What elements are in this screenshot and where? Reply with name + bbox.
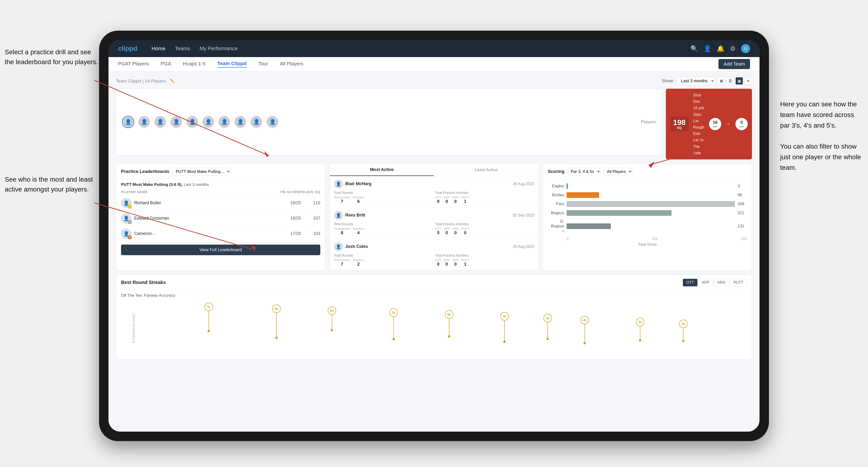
col-pb-score: PB SCORE [280, 190, 300, 194]
streak-dot-7 [584, 342, 586, 344]
player-avatar-7[interactable]: 👤 [218, 116, 230, 128]
grid-view-btn[interactable]: ⊞ [717, 77, 725, 85]
settings-icon[interactable]: ⚙ [730, 45, 736, 52]
streak-tab-putt[interactable]: PUTT [730, 279, 747, 286]
player-avatar-10[interactable]: 👤 [266, 116, 279, 128]
chart-row-pars: Pars 499 [548, 201, 747, 207]
streaks-section: Best Round Streaks OTT APP ARG PUTT Off … [116, 275, 752, 360]
practice-activities-label-1: Total Practice Activities [435, 191, 534, 195]
activity-player-2: 👤 Rees Britt 02 Sep 2023 [334, 211, 534, 220]
player-avatar-8[interactable]: 👤 [234, 116, 247, 128]
streak-line-0 [209, 311, 209, 330]
rank-badge-3: 3 [128, 235, 132, 239]
streak-point-2: 6x [328, 306, 336, 331]
yds-right: 0 yds [736, 118, 748, 130]
user-avatar[interactable]: U [741, 44, 750, 53]
subnav-tour[interactable]: Tour [258, 61, 268, 67]
player-avatar-5[interactable]: 👤 [186, 116, 198, 128]
detail-view-btn[interactable]: ≡ [744, 77, 752, 85]
bell-icon[interactable]: 🔔 [717, 45, 724, 52]
streak-circle-7: 4x [581, 316, 589, 324]
lb-avatar-3: 👤 3 [121, 228, 131, 239]
rank-badge-1: 1 [128, 205, 132, 209]
activity-item-1: 👤 Blair McHarg 26 Aug 2023 Total Rounds … [330, 176, 538, 208]
ott-col-1: OTT 0 [435, 195, 441, 204]
view-icons: ⊞ ☰ ▦ ≡ [717, 77, 752, 85]
activity-player-1: 👤 Blair McHarg 26 Aug 2023 [334, 180, 534, 188]
activity-name-1: Blair McHarg [345, 181, 511, 186]
player-avatar-9[interactable]: 👤 [250, 116, 262, 128]
practice-val-1: 6 [353, 199, 364, 204]
scoring-title: Scoring [548, 169, 564, 174]
chart-bar-eagles [566, 183, 567, 189]
player-avatar-1[interactable]: 👤 [122, 116, 134, 128]
streak-circle-8: 3x [636, 318, 644, 326]
streak-circle-0: 7x [205, 303, 213, 311]
leaderboard-item-1[interactable]: 👤 1 Richard Butler 19/20 110 [116, 195, 325, 211]
edit-icon[interactable]: ✏️ [170, 79, 175, 83]
streak-tab-ott[interactable]: OTT [683, 279, 698, 286]
practice-col-1: Practice 6 [353, 195, 364, 204]
streak-dot-8 [639, 339, 641, 342]
rank-badge-2: 2 [128, 220, 132, 224]
shot-yds: 16 yds → 0 yds [709, 118, 748, 130]
lb-score-1: 19/20 [290, 200, 301, 206]
app-col-1: APP 0 [444, 195, 450, 204]
leaderboard-item-3[interactable]: 👤 3 Cameron... 17/20 103 [116, 226, 325, 241]
streaks-subtitle: Off The Tee, Fairway Accuracy [116, 290, 752, 298]
streak-dot-0 [208, 330, 210, 332]
search-icon[interactable]: 🔍 [690, 45, 698, 52]
y-axis-label: % Fairway Accuracy [132, 314, 135, 343]
activity-date-1: 26 Aug 2023 [513, 182, 534, 186]
activity-stats-2: Total Rounds Tournament 8 Practice 4 [334, 222, 534, 236]
sub-nav-right: Add Team [718, 59, 750, 69]
scoring-filter-players[interactable]: All Players [603, 168, 632, 176]
streak-line-6 [548, 322, 548, 338]
card-view-btn[interactable]: ▦ [736, 77, 743, 85]
streak-tab-arg[interactable]: ARG [714, 279, 729, 286]
player-avatar-2[interactable]: 👤 [138, 116, 150, 128]
chart-bar-container-dbogeys [566, 223, 735, 229]
subnav-hcaps[interactable]: Hcaps 1-5 [183, 61, 206, 67]
add-team-button[interactable]: Add Team [718, 59, 750, 69]
tab-most-active[interactable]: Most Active [330, 164, 434, 176]
player-avatar-3[interactable]: 👤 [154, 116, 166, 128]
show-control: Show: Last 3 months ⊞ ☰ ▦ ≡ [661, 77, 752, 85]
practice-activities-group-1: Total Practice Activities OTT 0 APP 0 [435, 191, 534, 204]
streaks-chart: % Fairway Accuracy 7x 6x 6x 5x 5x 4x [116, 298, 752, 359]
nav-home[interactable]: Home [151, 45, 165, 52]
nav-teams[interactable]: Teams [175, 45, 190, 52]
subnav-team-clippd[interactable]: Team Clippd [217, 61, 247, 68]
annotation-right: Here you can see how theteam have scored… [780, 99, 861, 173]
list-view-btn[interactable]: ☰ [726, 77, 734, 85]
streak-line-3 [394, 317, 394, 338]
nav-my-performance[interactable]: My Performance [199, 45, 238, 52]
subnav-all-players[interactable]: All Players [280, 61, 303, 67]
subnav-pgat[interactable]: PGAT Players [118, 61, 149, 67]
leaderboard-item-2[interactable]: 👤 2 Edward Crossman 18/20 107 [116, 211, 325, 226]
scoring-filter-par[interactable]: Par 3, 4 & 5s [567, 168, 600, 176]
streak-tab-app[interactable]: APP [699, 279, 713, 286]
sub-nav: PGAT Players PGA Hcaps 1-5 Team Clippd T… [108, 57, 760, 71]
subnav-pga[interactable]: PGA [161, 61, 171, 67]
leaderboard-cols: PLAYER NAME PB SCORE PB AVG SQ [116, 188, 325, 195]
tab-least-active[interactable]: Least Active [434, 164, 538, 176]
view-full-leaderboard-button[interactable]: View Full Leaderboard [121, 245, 320, 255]
player-avatar-6[interactable]: 👤 [202, 116, 214, 128]
player-avatar-4[interactable]: 👤 [170, 116, 182, 128]
players-and-shot: 👤 👤 👤 👤 👤 👤 👤 👤 👤 👤 Players 198 SQ [116, 89, 752, 159]
tablet-frame: clippd Home Teams My Performance 🔍 👤 🔔 ⚙… [99, 31, 769, 441]
show-select[interactable]: Last 3 months [677, 77, 715, 85]
streaks-title: Best Round Streaks [121, 280, 166, 285]
streak-point-9: 3x [679, 319, 687, 342]
user-icon[interactable]: 👤 [704, 45, 711, 52]
chart-bar-bogeys [566, 210, 672, 216]
chart-row-bogeys: Bogeys 311 [548, 210, 747, 216]
main-content: Team Clippd | 14 Players ✏️ Show: Last 3… [108, 71, 760, 432]
end-lie: End Lie: In The Hole [693, 130, 704, 156]
streak-point-3: 5x [390, 308, 398, 340]
streak-point-7: 4x [581, 316, 589, 344]
leaderboard-filter-select[interactable]: PUTT Must Make Putting... [172, 168, 230, 176]
total-rounds-group-1: Total Rounds Tournament 7 Practice 6 [334, 191, 433, 204]
streak-dot-9 [682, 340, 684, 342]
